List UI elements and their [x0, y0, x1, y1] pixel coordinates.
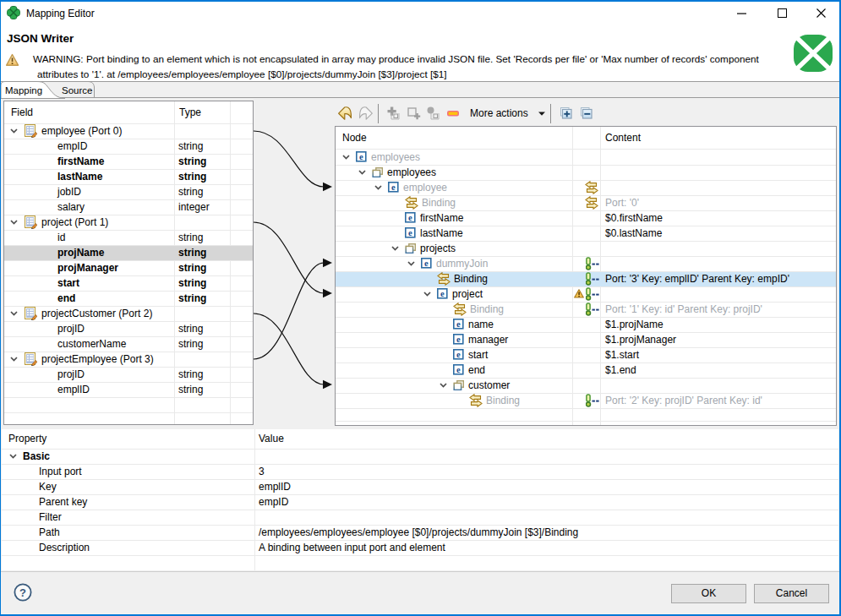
svg-text:e: e [456, 365, 461, 374]
svg-text:e: e [408, 228, 412, 237]
svg-text:e: e [391, 183, 396, 192]
svg-text:e: e [456, 350, 461, 359]
svg-text:e: e [424, 259, 429, 268]
svg-text:?: ? [19, 586, 26, 599]
svg-text:e: e [456, 319, 461, 329]
svg-text:e: e [359, 152, 363, 161]
svg-text:e: e [456, 335, 461, 344]
svg-text:e: e [408, 213, 412, 222]
svg-text:e: e [440, 289, 445, 298]
